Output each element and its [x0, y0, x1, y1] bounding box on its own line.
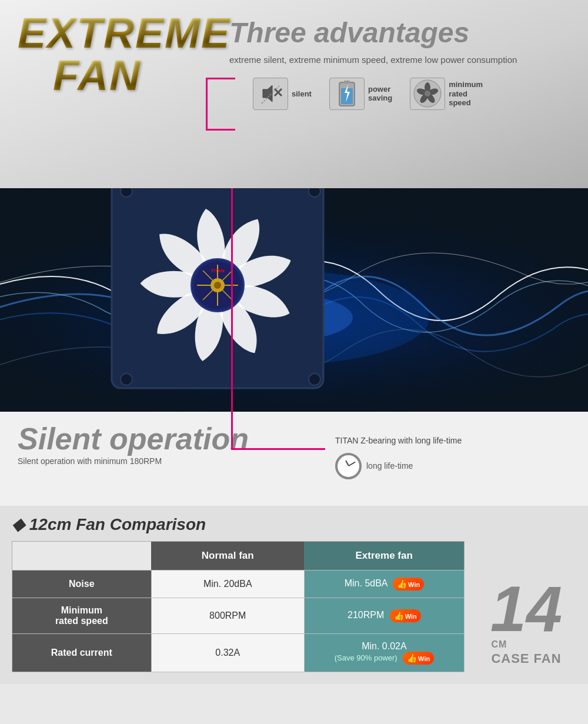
- silent-left: Silent operation Silent operation with m…: [18, 423, 312, 466]
- fan-visual: TITAN: [106, 188, 353, 412]
- clock-icon: [335, 453, 362, 479]
- power-icon-box: [329, 78, 365, 110]
- title-line2: FAN: [53, 54, 141, 96]
- right-content: Three advantages extreme silent, extreme…: [218, 12, 570, 110]
- min-speed-label: minimumratedspeed: [449, 80, 483, 108]
- clock-minute-hand: [348, 462, 355, 466]
- noise-extreme-value: Min. 5dBA Win: [304, 570, 464, 598]
- silent-right: TITAN Z-bearing with long life-time long…: [312, 423, 570, 479]
- fan-hero: TITAN: [0, 188, 588, 412]
- extreme-fan-title: EXTREME FAN: [18, 12, 218, 96]
- badge-number: 14: [490, 581, 562, 636]
- svg-point-20: [121, 188, 132, 197]
- power-saving-label: powersaving: [368, 85, 392, 103]
- win-badge-speed: Win: [390, 609, 421, 622]
- power-saving-icon-item: powersaving: [329, 78, 392, 110]
- silent-operation-subtitle: Silent operation with minimum 180RPM: [18, 456, 312, 466]
- svg-point-31: [214, 282, 221, 289]
- rated-current-label: Rated current: [12, 634, 152, 672]
- table-corner-header: [12, 542, 152, 570]
- min-speed-normal-value: 800RPM: [151, 598, 304, 634]
- title-line1: EXTREME: [18, 12, 230, 54]
- case-fan-badge: 14 CM CASE FAN: [476, 581, 576, 667]
- svg-point-23: [309, 373, 320, 385]
- silent-label: silent: [292, 89, 312, 99]
- svg-point-22: [121, 373, 132, 385]
- comparison-wrapper: Normal fan Extreme fan Noise Min. 20dBA …: [12, 541, 576, 672]
- title-block: EXTREME FAN: [18, 12, 218, 96]
- silent-icon-item: silent: [253, 78, 312, 110]
- comparison-title: 12cm Fan Comparison: [12, 515, 576, 534]
- icons-row: silent powersaving: [253, 78, 570, 110]
- svg-text:TITAN: TITAN: [211, 268, 225, 273]
- rated-current-normal-value: 0.32A: [151, 634, 304, 672]
- silent-icon-box: [253, 78, 288, 110]
- svg-rect-5: [344, 81, 350, 84]
- top-section: EXTREME FAN Three advantages extreme sil…: [0, 0, 588, 188]
- lifetime-label: long life-time: [366, 461, 413, 471]
- zbearing-text: TITAN Z-bearing with long life-time: [335, 435, 570, 447]
- normal-fan-header: Normal fan: [151, 542, 304, 570]
- table-row: Noise Min. 20dBA Min. 5dBA Win: [12, 570, 465, 598]
- middle-section: Silent operation Silent operation with m…: [0, 412, 588, 506]
- win-badge-current: Win: [403, 652, 434, 665]
- min-speed-extreme-value: 210RPM Win: [304, 598, 464, 634]
- svg-point-14: [425, 91, 430, 96]
- speed-icon-box: [410, 78, 445, 110]
- comparison-table: Normal fan Extreme fan Noise Min. 20dBA …: [12, 541, 465, 672]
- table-row: Minimumrated speed 800RPM 210RPM Win: [12, 598, 465, 634]
- min-speed-label: Minimumrated speed: [12, 598, 152, 634]
- noise-label: Noise: [12, 570, 152, 598]
- min-speed-icon-item: minimumratedspeed: [410, 78, 483, 110]
- table-row: Rated current 0.32A Min. 0.02A (Save 90%…: [12, 634, 465, 672]
- extreme-fan-header: Extreme fan: [304, 542, 464, 570]
- badge-label: CM CASE FAN: [491, 636, 561, 666]
- comparison-section: 12cm Fan Comparison Normal fan Extreme f…: [0, 506, 588, 684]
- win-badge-noise: Win: [393, 578, 424, 590]
- svg-point-21: [309, 188, 320, 197]
- rated-current-extreme-value: Min. 0.02A (Save 90% power) Win: [304, 634, 464, 672]
- lifetime-row: long life-time: [335, 453, 570, 479]
- advantages-subtitle: extreme silent, extreme minimum speed, e…: [229, 54, 570, 66]
- svg-marker-0: [263, 85, 272, 102]
- three-advantages-title: Three advantages: [229, 18, 570, 49]
- noise-normal-value: Min. 20dBA: [151, 570, 304, 598]
